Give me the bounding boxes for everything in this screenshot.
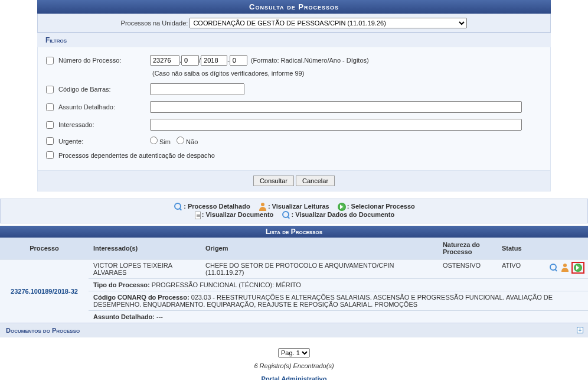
numero-label: Número do Processo: — [58, 57, 150, 64]
magnifier-icon — [282, 211, 290, 219]
processo-number[interactable]: 23276.100189/2018-32 — [0, 259, 89, 323]
process-table: Processo Interessado(s) Origem Natureza … — [0, 238, 588, 337]
unit-select[interactable]: COORDENAÇÃO DE GESTÃO DE PESSOAS/CPIN (1… — [190, 18, 467, 28]
assunto-checkbox[interactable] — [46, 103, 54, 111]
assunto-label: Assunto Detalhado: — [58, 103, 150, 111]
documentos-heading: Documentos do Processo + — [0, 323, 588, 337]
table-row: 23276.100189/2018-32 VICTOR LOPES TEIXEI… — [0, 259, 588, 279]
assunto-det-label: Assunto Detalhado: — [93, 313, 155, 320]
cell-natureza: OSTENSIVO — [438, 259, 497, 279]
cancelar-button[interactable]: Cancelar — [296, 176, 335, 186]
detail-icon[interactable] — [550, 264, 558, 272]
legend-processo-detalhado: : Processo Detalhado — [184, 203, 250, 210]
urgente-sim-radio[interactable] — [150, 137, 158, 144]
unit-label: Processos na Unidade: — [121, 20, 188, 27]
result-count: 6 Registro(s) Encontrado(s) — [0, 362, 588, 369]
col-origem: Origem — [201, 238, 438, 259]
codigo-barras-input[interactable] — [150, 83, 244, 95]
go-icon — [338, 203, 346, 211]
legend-visualizar-leituras: : Visualizar Leituras — [268, 203, 329, 210]
assunto-det-value: --- — [156, 313, 163, 320]
tipo-label: Tipo do Processo: — [93, 281, 150, 288]
select-highlight — [571, 262, 584, 274]
document-icon — [195, 212, 201, 219]
interessado-label: Interessado: — [58, 121, 150, 128]
assunto-input[interactable] — [150, 101, 522, 113]
codigo-barras-label: Código de Barras: — [58, 86, 150, 93]
list-title: Lista de Processos — [0, 226, 588, 238]
numero-subhint: (Caso não saiba os dígitos verificadores… — [152, 69, 542, 80]
filters-heading: Filtros — [37, 33, 551, 47]
readings-icon[interactable] — [561, 264, 569, 272]
cell-origem: CHEFE DO SETOR DE PROTOCOLO E ARQUIVAMEN… — [201, 259, 438, 279]
col-status: Status — [497, 238, 544, 259]
numero-checkbox[interactable] — [46, 57, 54, 64]
documentos-heading-text: Documentos do Processo — [6, 327, 80, 334]
pager: Pag. 1 — [0, 348, 588, 358]
numero-seq-input[interactable] — [181, 55, 199, 66]
col-natureza: Natureza do Processo — [438, 238, 497, 259]
interessado-input[interactable] — [150, 119, 522, 131]
cell-status: ATIVO — [497, 259, 544, 279]
numero-dig-input[interactable] — [230, 55, 247, 66]
dependentes-label: Processos dependentes de autenticação de… — [58, 152, 215, 159]
consultar-button[interactable]: Consultar — [253, 176, 294, 186]
page-select[interactable]: Pag. 1 — [278, 348, 310, 358]
expand-icon[interactable]: + — [577, 327, 583, 333]
cell-interessado: VICTOR LOPES TEIXEIRA ALVARAES — [89, 259, 201, 279]
urgente-label: Urgente: — [58, 138, 150, 145]
page-title: Consulta de Processos — [37, 0, 551, 14]
numero-hint: (Formato: Radical.Número/Ano - Dígitos) — [251, 57, 369, 64]
codigo-barras-checkbox[interactable] — [46, 86, 54, 93]
legend: : Processo Detalhado : Visualizar Leitur… — [0, 199, 588, 223]
urgente-sim-label: Sim — [159, 138, 171, 145]
dependentes-checkbox[interactable] — [46, 151, 54, 159]
urgente-nao-radio[interactable] — [177, 137, 184, 144]
col-interessados: Interessado(s) — [89, 238, 201, 259]
user-icon — [259, 203, 267, 211]
legend-visualizar-documento: : Visualizar Documento — [202, 211, 273, 218]
magnifier-icon — [174, 203, 182, 211]
portal-link[interactable]: Portal Administrativo — [262, 375, 327, 380]
col-processo: Processo — [0, 238, 89, 259]
interessado-checkbox[interactable] — [46, 121, 54, 129]
legend-selecionar-processo: : Selecionar Processo — [347, 203, 415, 210]
select-process-icon[interactable] — [574, 264, 582, 272]
tipo-value: PROGRESSÃO FUNCIONAL (TÉCNICO): MÉRITO — [152, 281, 301, 288]
legend-visualizar-dados-documento: : Visualizar Dados do Documento — [292, 211, 395, 218]
unit-selector-row: Processos na Unidade: COORDENAÇÃO DE GES… — [37, 14, 551, 33]
numero-ano-input[interactable] — [201, 55, 227, 66]
filters-body: Número do Processo: . / - (Formato: Radi… — [37, 47, 551, 171]
urgente-nao-label: Não — [186, 138, 198, 145]
urgente-checkbox[interactable] — [46, 137, 54, 145]
conarq-label: Código CONARQ do Processo: — [93, 294, 190, 301]
numero-radical-input[interactable] — [150, 55, 179, 66]
